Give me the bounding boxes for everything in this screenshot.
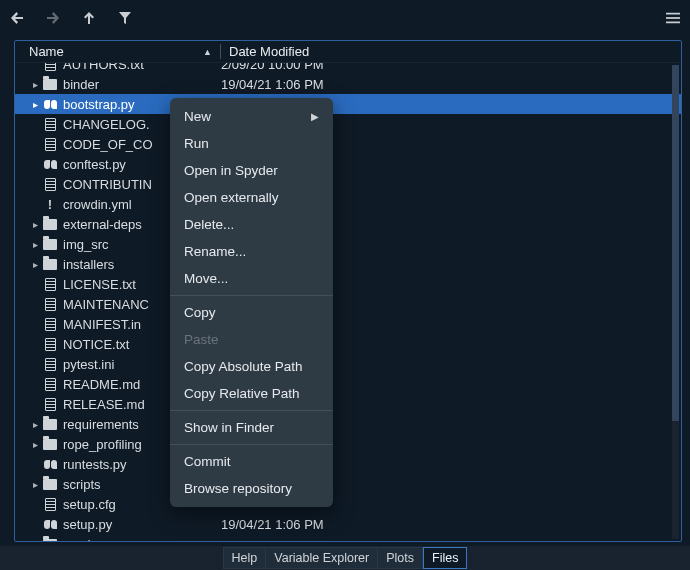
file-row[interactable]: ▸spyder (15, 534, 681, 541)
svg-rect-2 (666, 22, 680, 24)
bottom-tabs: HelpVariable ExplorerPlotsFiles (0, 546, 690, 570)
scrollbar[interactable] (672, 65, 679, 539)
folder-icon (41, 219, 59, 230)
menu-icon[interactable] (666, 11, 680, 25)
menu-item-open-in-spyder[interactable]: Open in Spyder (170, 157, 333, 184)
forward-icon[interactable] (46, 11, 60, 25)
expand-placeholder: ▸ (29, 359, 41, 370)
file-date: 2/09/20 10:00 PM (213, 63, 324, 72)
menu-item-rename[interactable]: Rename... (170, 238, 333, 265)
file-date: 19/04/21 1:06 PM (213, 517, 324, 532)
menu-item-label: Show in Finder (184, 420, 274, 435)
menu-item-copy-relative-path[interactable]: Copy Relative Path (170, 380, 333, 407)
py-icon (41, 518, 59, 531)
md-icon (41, 118, 59, 131)
file-row[interactable]: ▸requirements (15, 414, 681, 434)
expand-placeholder: ▸ (29, 179, 41, 190)
menu-item-copy-absolute-path[interactable]: Copy Absolute Path (170, 353, 333, 380)
expand-placeholder: ▸ (29, 119, 41, 130)
menu-item-label: Rename... (184, 244, 246, 259)
expand-arrow-icon[interactable]: ▸ (29, 219, 41, 230)
menu-item-label: Copy (184, 305, 216, 320)
menu-item-new[interactable]: New▶ (170, 103, 333, 130)
expand-placeholder: ▸ (29, 319, 41, 330)
md-icon (41, 298, 59, 311)
tab-plots[interactable]: Plots (378, 547, 423, 569)
cfg-icon (41, 498, 59, 511)
file-row[interactable]: ▸scripts (15, 474, 681, 494)
ini-icon (41, 358, 59, 371)
file-row[interactable]: ▸CONTRIBUTIN (15, 174, 681, 194)
file-row[interactable]: ▸pytest.ini (15, 354, 681, 374)
file-row[interactable]: ▸RELEASE.md (15, 394, 681, 414)
file-row[interactable]: ▸NOTICE.txt (15, 334, 681, 354)
sort-indicator-icon: ▲ (203, 47, 212, 57)
file-row[interactable]: ▸setup.py19/04/21 1:06 PM (15, 514, 681, 534)
file-row[interactable]: ▸MAINTENANC (15, 294, 681, 314)
file-row[interactable]: ▸bootstrap.py19/04/21 1:06 PM (15, 94, 681, 114)
menu-separator (170, 410, 333, 411)
up-icon[interactable] (82, 11, 96, 25)
expand-arrow-icon[interactable]: ▸ (29, 479, 41, 490)
menu-item-run[interactable]: Run (170, 130, 333, 157)
file-row[interactable]: ▸rope_profiling (15, 434, 681, 454)
txt-icon (41, 318, 59, 331)
expand-arrow-icon[interactable]: ▸ (29, 539, 41, 542)
filter-icon[interactable] (118, 11, 132, 25)
menu-item-delete[interactable]: Delete... (170, 211, 333, 238)
file-row[interactable]: ▸conftest.pyM (15, 154, 681, 174)
expand-placeholder: ▸ (29, 299, 41, 310)
file-row[interactable]: ▸setup.cfg (15, 494, 681, 514)
expand-placeholder: ▸ (29, 99, 41, 110)
file-row[interactable]: ▸external-depsM (15, 214, 681, 234)
column-header-name[interactable]: Name ▲ (15, 41, 220, 62)
md-icon (41, 378, 59, 391)
menu-item-open-externally[interactable]: Open externally (170, 184, 333, 211)
menu-item-copy[interactable]: Copy (170, 299, 333, 326)
expand-placeholder: ▸ (29, 459, 41, 470)
folder-icon (41, 79, 59, 90)
expand-arrow-icon[interactable]: ▸ (29, 79, 41, 90)
expand-placeholder: ▸ (29, 339, 41, 350)
file-row[interactable]: ▸README.md (15, 374, 681, 394)
scroll-thumb[interactable] (672, 65, 679, 421)
menu-item-label: Open in Spyder (184, 163, 278, 178)
folder-icon (41, 439, 59, 450)
menu-item-browse-repository[interactable]: Browse repository (170, 475, 333, 502)
expand-arrow-icon[interactable]: ▸ (29, 419, 41, 430)
file-row[interactable]: ▸img_src (15, 234, 681, 254)
tab-variable-explorer[interactable]: Variable Explorer (266, 547, 378, 569)
columns-header: Name ▲ Date Modified (15, 41, 681, 63)
menu-item-show-in-finder[interactable]: Show in Finder (170, 414, 333, 441)
txt-icon (41, 338, 59, 351)
file-row[interactable]: ▸MANIFEST.in (15, 314, 681, 334)
menu-item-paste: Paste (170, 326, 333, 353)
file-row[interactable]: ▸LICENSE.txtM (15, 274, 681, 294)
column-header-date[interactable]: Date Modified (221, 41, 681, 62)
menu-separator (170, 295, 333, 296)
expand-arrow-icon[interactable]: ▸ (29, 439, 41, 450)
menu-item-label: Copy Absolute Path (184, 359, 303, 374)
expand-placeholder: ▸ (29, 199, 41, 210)
file-row[interactable]: ▸!crowdin.yml (15, 194, 681, 214)
expand-arrow-icon[interactable]: ▸ (29, 259, 41, 270)
expand-placeholder: ▸ (29, 63, 41, 70)
expand-placeholder: ▸ (29, 399, 41, 410)
back-icon[interactable] (10, 11, 24, 25)
expand-arrow-icon[interactable]: ▸ (29, 239, 41, 250)
file-row[interactable]: ▸installers (15, 254, 681, 274)
folder-icon (41, 539, 59, 542)
file-row[interactable]: ▸runtests.pyM (15, 454, 681, 474)
file-row[interactable]: ▸binder19/04/21 1:06 PM (15, 74, 681, 94)
tab-files[interactable]: Files (423, 547, 467, 569)
tab-help[interactable]: Help (223, 547, 267, 569)
menu-item-label: Copy Relative Path (184, 386, 300, 401)
file-date: 19/04/21 1:06 PM (213, 77, 324, 92)
menu-item-move[interactable]: Move... (170, 265, 333, 292)
menu-item-commit[interactable]: Commit (170, 448, 333, 475)
md-icon (41, 138, 59, 151)
yml-icon: ! (41, 198, 59, 211)
file-row[interactable]: ▸CHANGELOG.M (15, 114, 681, 134)
file-row[interactable]: ▸CODE_OF_CO (15, 134, 681, 154)
file-row[interactable]: ▸AUTHORS.txt2/09/20 10:00 PM (15, 63, 681, 74)
